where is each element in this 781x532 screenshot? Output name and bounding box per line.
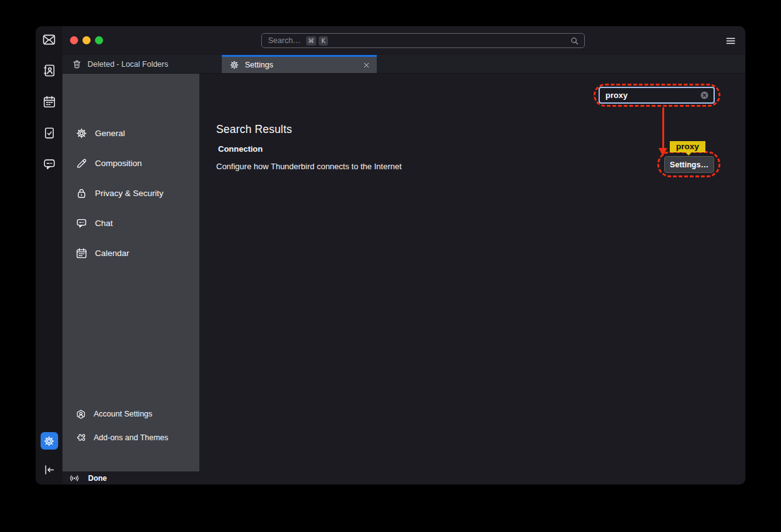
sidebar-item-chat[interactable]: Chat [62,208,199,238]
settings-space-button[interactable] [41,432,58,450]
search-icon [570,36,579,46]
sidebar-item-label: General [95,129,125,138]
tab-bar: Deleted - Local Folders Settings [62,55,745,74]
settings-sidebar: General Composition Privacy & Security C… [62,74,199,471]
pencil-icon [76,157,87,169]
settings-body: General Composition Privacy & Security C… [62,74,745,471]
shortcut-keys: ⌘ K [306,36,328,46]
sidebar-item-composition[interactable]: Composition [62,148,199,178]
sidebar-item-label: Chat [95,219,113,228]
gear-icon [229,60,239,70]
address-book-space-button[interactable] [41,62,58,79]
tasks-icon [42,126,56,140]
tab-deleted-local-folders[interactable]: Deleted - Local Folders [62,55,222,73]
sidebar-item-label: Account Settings [94,410,152,418]
chat-icon [42,157,56,171]
sidebar-item-privacy-security[interactable]: Privacy & Security [62,178,199,208]
activity-icon [69,473,80,484]
app-menu-button[interactable] [725,35,737,47]
annotation-search-highlight [594,84,720,107]
account-icon [76,409,86,420]
command-key-badge: ⌘ [306,36,316,46]
titlebar: Search… ⌘ K [62,26,745,55]
tab-settings[interactable]: Settings [222,55,377,73]
window-controls [70,36,103,44]
gear-icon [76,127,87,139]
settings-gear-icon [43,435,55,447]
sidebar-item-account-settings[interactable]: Account Settings [62,402,199,426]
mail-space-button[interactable] [41,31,58,48]
close-window-button[interactable] [70,36,78,44]
sidebar-item-label: Privacy & Security [95,189,164,198]
sidebar-item-addons-themes[interactable]: Add-ons and Themes [62,426,199,450]
close-icon [362,61,371,69]
calendar-space-button[interactable] [41,93,58,111]
chat-icon [76,217,87,229]
address-book-icon [42,64,56,77]
status-bar: Done [62,471,745,485]
page-title: Search Results [216,123,745,136]
close-tab-button[interactable] [362,61,371,69]
collapse-sidebar-icon [42,463,56,476]
calendar-icon [76,247,87,259]
sidebar-item-label: Composition [95,159,142,168]
hamburger-menu-icon [725,35,737,47]
zoom-window-button[interactable] [95,36,103,44]
status-text: Done [88,474,107,483]
thunderbird-window: Search… ⌘ K Deleted - Local Folders [36,26,745,485]
collapse-spaces-button[interactable] [41,461,58,478]
sidebar-item-calendar[interactable]: Calendar [62,238,199,268]
mail-icon [42,32,56,47]
global-search-input[interactable]: Search… ⌘ K [261,33,585,48]
trash-icon [72,59,82,69]
global-search-placeholder: Search… [268,36,301,45]
annotation-proxy-label: proxy [670,141,705,152]
tasks-space-button[interactable] [41,124,58,142]
sidebar-padding [62,450,199,471]
sidebar-item-label: Add-ons and Themes [94,433,168,442]
puzzle-icon [76,433,86,443]
sidebar-item-label: Calendar [95,249,129,258]
lock-icon [76,187,87,199]
tab-label: Settings [245,61,273,69]
spaces-toolbar [36,26,62,485]
sidebar-spacer [62,268,199,402]
desktop-background: Search… ⌘ K Deleted - Local Folders [0,0,781,532]
minimize-window-button[interactable] [82,36,91,44]
calendar-icon [42,95,56,109]
tab-label: Deleted - Local Folders [87,60,168,69]
k-key-badge: K [319,36,328,46]
sidebar-item-general[interactable]: General [62,118,199,148]
chat-space-button[interactable] [41,155,58,173]
annotation-arrow-line [662,107,664,149]
